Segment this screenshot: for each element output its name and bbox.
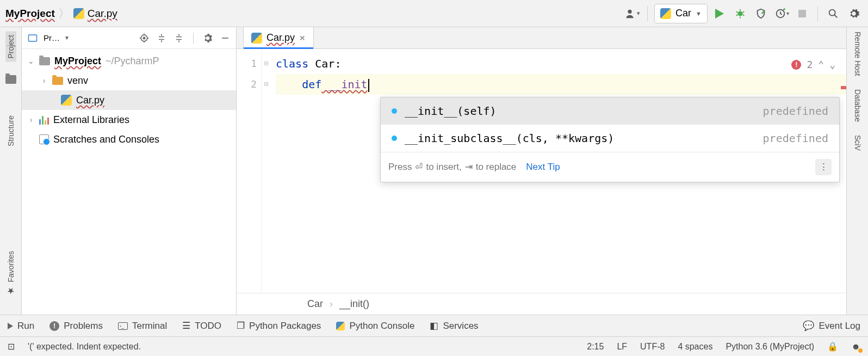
label: Terminal [132, 321, 167, 332]
completion-tag: predefined [763, 128, 828, 149]
more-options-icon[interactable]: ⋮ [815, 159, 832, 175]
status-message: '(' expected. Indent expected. [28, 342, 141, 352]
file-encoding[interactable]: UTF-8 [640, 342, 665, 352]
completion-footer: Press ⏎ to insert, ⇥ to replace Next Tip… [381, 152, 839, 182]
profile-button[interactable]: ▾ [773, 5, 790, 22]
event-log-tool-tab[interactable]: 💬Event Log [803, 320, 860, 332]
crumb-item[interactable]: __init() [339, 298, 369, 310]
todo-icon: ☰ [182, 320, 190, 332]
next-error-icon[interactable]: ⌄ [829, 54, 835, 75]
run-configuration-selector[interactable]: Car ▼ [654, 4, 708, 23]
rail-label: Database [853, 89, 862, 122]
collapse-all-icon[interactable] [172, 32, 185, 45]
python-packages-tool-tab[interactable]: ❐Python Packages [237, 320, 321, 332]
event-log-icon: 💬 [803, 320, 814, 332]
fold-gutter[interactable]: ⊟ ⊟ [262, 49, 271, 293]
stop-button[interactable] [793, 5, 811, 22]
completion-text: __init__(self) [405, 101, 755, 121]
crumb-item[interactable]: Car [307, 298, 323, 310]
toggle-toolwindows-icon[interactable]: ⊡ [8, 341, 15, 352]
debug-button[interactable] [731, 5, 749, 22]
interpreter[interactable]: Python 3.6 (MyProject) [726, 342, 814, 352]
settings-button[interactable] [845, 5, 863, 22]
tree-root[interactable]: ⌄ MyProject ~/PycharmP [22, 51, 236, 71]
remote-host-tool-tab[interactable]: Remote Host [853, 32, 862, 76]
expand-arrow-icon[interactable]: › [40, 76, 48, 85]
editor-tabs: Car.py ✕ [237, 27, 846, 49]
expand-arrow-icon[interactable]: ⌄ [27, 57, 35, 65]
readonly-lock-icon[interactable]: 🔒 [827, 341, 838, 352]
code-area[interactable]: class Car: def __init ! 2 ⌃ ⌄ __init__(s… [271, 49, 846, 293]
expand-all-icon[interactable] [155, 32, 168, 45]
breadcrumb-file[interactable]: Car.py [73, 8, 117, 20]
tree-label: venv [67, 75, 88, 87]
tree-external-libraries[interactable]: › External Libraries [22, 110, 236, 130]
services-tool-tab[interactable]: ◧Services [430, 320, 478, 332]
code-line[interactable]: class Car: [276, 53, 846, 74]
problems-tool-tab[interactable]: !Problems [49, 321, 103, 332]
editor-tab[interactable]: Car.py ✕ [243, 27, 314, 48]
run-button[interactable] [711, 5, 728, 22]
navigation-bar: MyProject 〉 Car.py ▾ Car ▼ ▾ [0, 0, 868, 27]
tree-item-venv[interactable]: › venv [22, 71, 236, 90]
ide-issues-icon[interactable]: ☻ [851, 342, 860, 352]
editor-breadcrumbs[interactable]: Car › __init() [237, 293, 846, 315]
editor-body[interactable]: 1 2 ⊟ ⊟ class Car: def __init ! 2 ⌃ ⌄ [237, 49, 846, 293]
structure-tool-tab[interactable]: Structure [7, 115, 15, 146]
terminal-tool-tab[interactable]: ›_Terminal [118, 321, 167, 332]
tree-item-file[interactable]: Car.py [22, 90, 236, 110]
hint-text: to insert, [426, 157, 461, 177]
favorites-tool-tab[interactable]: ★Favorites [5, 251, 16, 296]
run-tool-tab[interactable]: Run [8, 321, 34, 332]
python-file-icon [73, 8, 84, 19]
next-tip-link[interactable]: Next Tip [526, 157, 560, 177]
locate-icon[interactable] [138, 32, 151, 45]
search-everywhere-button[interactable] [824, 5, 842, 22]
separator [193, 33, 194, 44]
database-tool-tab[interactable]: Database [853, 89, 862, 122]
close-tab-icon[interactable]: ✕ [299, 34, 306, 42]
fold-icon[interactable]: ⊟ [262, 53, 271, 74]
error-stripe[interactable] [841, 86, 846, 89]
project-view-icon[interactable] [26, 32, 39, 45]
completion-item[interactable]: __init_subclass__(cls, **kwargs) predefi… [381, 125, 839, 152]
caret-position[interactable]: 2:15 [587, 342, 604, 352]
project-tool-tab[interactable]: Project [5, 32, 16, 62]
tree-label: MyProject [54, 56, 101, 67]
code-text: Car: [308, 57, 341, 70]
tree-label: External Libraries [53, 114, 129, 126]
sciview-tool-tab[interactable]: SciV [853, 135, 862, 151]
indent-setting[interactable]: 4 spaces [678, 342, 712, 352]
breadcrumb[interactable]: MyProject 〉 Car.py [5, 5, 117, 22]
coverage-button[interactable] [752, 5, 770, 22]
python-file-icon [251, 33, 262, 44]
todo-tool-tab[interactable]: ☰TODO [182, 320, 221, 332]
enter-key-icon: ⏎ [415, 157, 423, 177]
prev-error-icon[interactable]: ⌃ [818, 54, 824, 75]
expand-arrow-icon[interactable]: › [27, 115, 35, 124]
fold-icon[interactable]: ⊟ [262, 74, 271, 95]
folder-icon [52, 77, 63, 85]
error-icon: ! [791, 60, 801, 70]
hide-icon[interactable] [219, 32, 232, 45]
vcs-user-icon[interactable]: ▾ [623, 5, 641, 22]
folder-icon [39, 57, 50, 65]
rail-label: Project [7, 35, 15, 59]
gear-icon[interactable] [201, 32, 214, 45]
completion-item[interactable]: __init__(self) predefined [381, 97, 839, 125]
project-tree[interactable]: ⌄ MyProject ~/PycharmP › venv Car.py › E… [22, 49, 236, 315]
status-bar: ⊡ '(' expected. Indent expected. 2:15 LF… [0, 336, 868, 356]
line-number: 1 [237, 53, 257, 74]
line-separator[interactable]: LF [617, 342, 627, 352]
line-gutter[interactable]: 1 2 [237, 49, 262, 293]
project-pane-title: Pr… [44, 33, 60, 42]
code-line[interactable]: def __init [276, 74, 846, 95]
breadcrumb-project[interactable]: MyProject [5, 8, 55, 20]
folder-icon[interactable] [5, 75, 16, 84]
python-console-tool-tab[interactable]: Python Console [336, 321, 414, 332]
tree-scratches[interactable]: › Scratches and Consoles [22, 130, 236, 149]
chevron-down-icon[interactable]: ▼ [64, 35, 70, 41]
inspection-widget[interactable]: ! 2 ⌃ ⌄ [791, 54, 835, 75]
error-count: 2 [807, 54, 813, 75]
right-tool-rail: Remote Host Database SciV [846, 27, 868, 315]
